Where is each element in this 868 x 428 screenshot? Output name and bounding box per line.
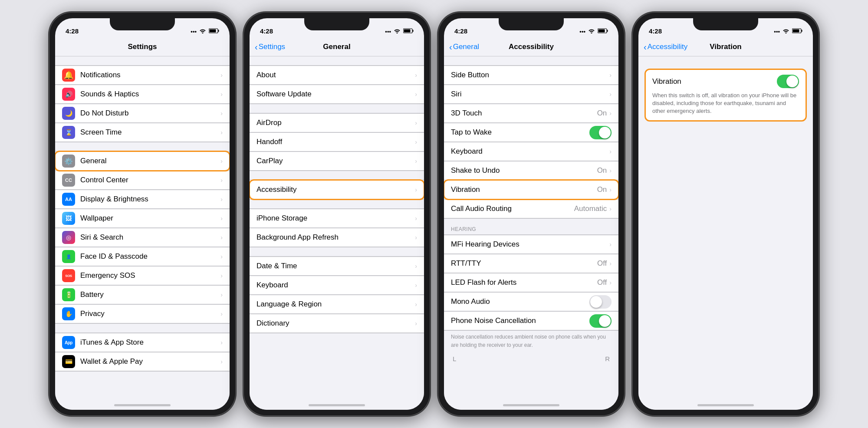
siri-label: Siri & Search (80, 233, 220, 242)
privacy-label: Privacy (80, 309, 220, 318)
row-airdrop[interactable]: AirDrop › (250, 113, 424, 132)
privacy-chevron: › (220, 310, 223, 317)
row-sos[interactable]: SOS Emergency SOS › (55, 266, 230, 285)
general-chevron: › (220, 158, 223, 165)
row-3dtouch[interactable]: 3D Touch On › (444, 104, 618, 123)
bgrefresh-label: Background App Refresh (256, 233, 415, 242)
row-display[interactable]: AA Display & Brightness › (55, 190, 230, 209)
sounds-icon: 🔊 (62, 88, 75, 101)
row-accessibility[interactable]: Accessibility › (250, 180, 424, 199)
screentime-icon: ⌛ (62, 126, 75, 139)
row-dictionary[interactable]: Dictionary › (250, 314, 424, 333)
row-sidebutton[interactable]: Side Button › (444, 66, 618, 85)
screen-content-3[interactable]: Side Button › Siri › 3D Touch On › Tap t… (444, 56, 618, 410)
datetime-chevron: › (415, 263, 417, 270)
row-sounds[interactable]: 🔊 Sounds & Haptics › (55, 85, 230, 104)
row-rtttty[interactable]: RTT/TTY Off › (444, 254, 618, 273)
dnd-chevron: › (220, 110, 223, 117)
siri3-label: Siri (451, 90, 609, 99)
row-wallet[interactable]: 💳 Wallet & Apple Pay › (55, 352, 230, 371)
row-siri3[interactable]: Siri › (444, 85, 618, 104)
vibration3-label: Vibration (451, 185, 597, 194)
row-bgrefresh[interactable]: Background App Refresh › (250, 228, 424, 247)
battery-icon-3 (598, 28, 608, 35)
row-datetime[interactable]: Date & Time › (250, 257, 424, 276)
battery-icon-1 (209, 28, 219, 35)
row-led[interactable]: LED Flash for Alerts Off › (444, 273, 618, 292)
screen-content-1[interactable]: 🔔 Notifications › 🔊 Sounds & Haptics › 🌙… (55, 56, 230, 410)
sos-label: Emergency SOS (80, 271, 220, 280)
general-label: General (80, 157, 220, 165)
row-siri[interactable]: ◎ Siri & Search › (55, 228, 230, 247)
status-icons-2: ••• (385, 28, 414, 35)
row-faceid[interactable]: 👤 Face ID & Passcode › (55, 247, 230, 266)
row-carplay[interactable]: CarPlay › (250, 151, 424, 171)
notifications-icon: 🔔 (62, 69, 75, 82)
row-softwareupdate[interactable]: Software Update › (250, 85, 424, 104)
row-appstore[interactable]: App iTunes & App Store › (55, 333, 230, 352)
row-wallpaper[interactable]: 🖼 Wallpaper › (55, 209, 230, 228)
appstore-label: iTunes & App Store (80, 338, 220, 347)
display-label: Display & Brightness (80, 195, 220, 204)
mono-toggle[interactable] (589, 295, 612, 309)
appstore-icon: App (62, 336, 75, 349)
screen-content-2[interactable]: About › Software Update › AirDrop › Hand… (250, 56, 424, 410)
taptowake-toggle[interactable] (589, 126, 612, 139)
notch-4 (693, 18, 758, 30)
handoff-chevron: › (415, 138, 417, 145)
row-language[interactable]: Language & Region › (250, 295, 424, 314)
led-label: LED Flash for Alerts (451, 278, 597, 287)
row-noise[interactable]: Phone Noise Cancellation (444, 311, 618, 330)
screen-content-4[interactable]: Vibration When this switch is off, all v… (638, 56, 813, 410)
signal-icon-3: ••• (579, 28, 585, 35)
row-battery[interactable]: 🔋 Battery › (55, 285, 230, 304)
row-shakeundo[interactable]: Shake to Undo On › (444, 161, 618, 180)
vibration-main-toggle[interactable] (777, 75, 799, 88)
iphonestorage-chevron: › (415, 215, 417, 222)
back-chevron-2: ‹ (255, 43, 258, 51)
row-mfi[interactable]: MFi Hearing Devices › (444, 235, 618, 254)
row-about[interactable]: About › (250, 66, 424, 85)
faceid-label: Face ID & Passcode (80, 252, 220, 261)
svg-rect-2 (210, 30, 216, 33)
nav-back-4[interactable]: ‹ Accessibility (644, 43, 687, 51)
battery-icon-4 (792, 28, 802, 35)
nav-bar-3: ‹ General Accessibility (444, 37, 618, 56)
row-controlcenter[interactable]: CC Control Center › (55, 171, 230, 190)
row-handoff[interactable]: Handoff › (250, 132, 424, 151)
home-indicator-4 (697, 404, 754, 406)
notch-2 (304, 18, 369, 30)
phone-1-screen: 4:28 ••• Settings 🔔 Notifications (55, 18, 230, 410)
keyboard3-chevron: › (609, 148, 612, 155)
nav-title-2: General (323, 43, 350, 51)
row-iphonestorage[interactable]: iPhone Storage › (250, 209, 424, 228)
screentime-chevron: › (220, 129, 223, 136)
keyboard-chevron: › (415, 282, 417, 289)
nav-back-2[interactable]: ‹ Settings (255, 43, 285, 51)
row-mono[interactable]: Mono Audio (444, 292, 618, 311)
callaudio-value: Automatic (574, 204, 607, 213)
shakeundo-label: Shake to Undo (451, 166, 597, 175)
row-keyboard[interactable]: Keyboard › (250, 276, 424, 295)
signal-icon-2: ••• (385, 28, 391, 35)
wallpaper-label: Wallpaper (80, 214, 220, 223)
row-callaudio[interactable]: Call Audio Routing Automatic › (444, 199, 618, 218)
wallet-chevron: › (220, 358, 223, 365)
phone-4-screen: 4:28 ••• ‹ Accessibility Vibration (638, 18, 813, 410)
row-privacy[interactable]: ✋ Privacy › (55, 304, 230, 323)
row-notifications[interactable]: 🔔 Notifications › (55, 66, 230, 85)
mfi-chevron: › (609, 241, 612, 248)
row-general[interactable]: ⚙️ General › (55, 151, 230, 171)
row-taptowake[interactable]: Tap to Wake (444, 123, 618, 142)
row-keyboard3[interactable]: Keyboard › (444, 142, 618, 161)
row-dnd[interactable]: 🌙 Do Not Disturb › (55, 104, 230, 123)
row-vibration3[interactable]: Vibration On › (444, 180, 618, 199)
row-screentime[interactable]: ⌛ Screen Time › (55, 123, 230, 142)
nav-bar-1: Settings (55, 37, 230, 56)
back-label-2: Settings (259, 43, 285, 51)
notifications-label: Notifications (80, 71, 220, 79)
nav-back-3[interactable]: ‹ General (449, 43, 479, 51)
svg-rect-11 (793, 30, 799, 33)
noise-toggle[interactable] (589, 314, 612, 328)
dictionary-label: Dictionary (256, 319, 415, 328)
